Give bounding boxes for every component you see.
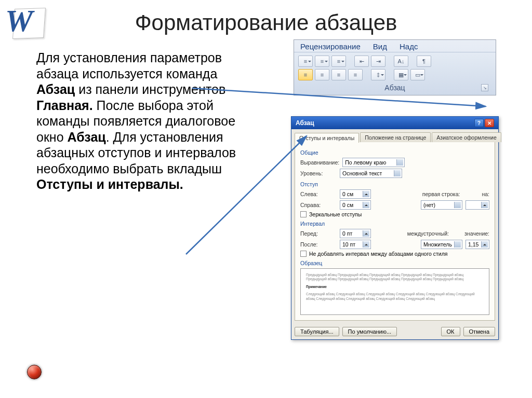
no-space-same-style-checkbox[interactable] (300, 251, 307, 257)
tab-line-page-breaks[interactable]: Положение на странице (360, 132, 431, 142)
tabs-button[interactable]: Табуляция... (295, 327, 339, 336)
default-button[interactable]: По умолчанию... (342, 327, 397, 336)
outline-level-label: Уровень: (300, 170, 337, 176)
ribbon-paragraph-group: Рецензирование Вид Надс ≡ ≡ ≡ ⇤ ⇥ A↓ ¶ ≡… (294, 39, 496, 95)
ok-button[interactable]: ОК (441, 327, 460, 336)
decrease-indent-button[interactable]: ⇤ (354, 56, 369, 67)
spacing-after-label: После: (300, 241, 337, 248)
slide-title: Форматирование абзацев (0, 10, 532, 35)
outline-level-combo[interactable]: Основной текст (340, 169, 402, 178)
line-spacing-button[interactable]: ‡ (371, 69, 385, 80)
indent-right-spin[interactable]: 0 см (340, 200, 371, 210)
justify-button[interactable]: ≡ (348, 69, 363, 80)
dialog-launcher[interactable]: ↘ (481, 84, 488, 91)
alignment-label: Выравнивание: (300, 159, 339, 166)
indent-left-label: Слева: (300, 191, 337, 197)
firstline-label: первая строка: (422, 191, 460, 197)
firstline-by-spin[interactable] (466, 200, 489, 210)
sort-button[interactable]: A↓ (394, 56, 408, 67)
increase-indent-button[interactable]: ⇥ (371, 56, 385, 67)
numbering-button[interactable]: ≡ (315, 56, 329, 67)
align-right-button[interactable]: ≡ (331, 69, 346, 80)
align-left-button[interactable]: ≡ (298, 69, 313, 80)
close-button[interactable]: ✕ (485, 119, 494, 127)
ribbon-tab-review[interactable]: Рецензирование (300, 42, 361, 51)
section-spacing: Интервал (300, 221, 489, 227)
align-center-button[interactable]: ≡ (315, 69, 329, 80)
linespacing-combo[interactable]: Множитель (421, 240, 462, 249)
multilevel-button[interactable]: ≡ (331, 56, 346, 67)
dialog-title: Абзац (296, 119, 314, 127)
preview-box: Предыдущий абзац Предыдущий абзац Предыд… (300, 268, 489, 315)
record-indicator-icon (27, 365, 42, 379)
indent-right-label: Справа: (300, 202, 337, 208)
linespacing-at-label: значение: (464, 230, 489, 237)
alignment-combo[interactable]: По левому краю (342, 158, 405, 167)
no-space-same-style-label: Не добавлять интервал между абзацами одн… (309, 251, 448, 257)
pilcrow-button[interactable]: ¶ (417, 56, 431, 67)
mirror-indents-label: Зеркальные отступы (309, 211, 362, 217)
spacing-before-label: Перед: (300, 230, 337, 237)
section-indent: Отступ (300, 181, 489, 187)
spacing-before-spin[interactable]: 0 пт (340, 229, 371, 238)
tab-indents-spacing[interactable]: Отступы и интервалы (295, 133, 359, 143)
section-general: Общие (300, 149, 489, 156)
spacing-after-spin[interactable]: 10 пт (340, 240, 371, 249)
linespacing-label: междустрочный: (407, 230, 449, 237)
ribbon-tab-view[interactable]: Вид (373, 42, 387, 51)
body-paragraph: Для установления параметров абзаца испол… (36, 50, 255, 193)
linespacing-at-spin[interactable]: 1,15 (466, 240, 489, 249)
bullets-button[interactable]: ≡ (298, 56, 313, 67)
section-preview: Образец (300, 260, 489, 266)
help-button[interactable]: ? (474, 119, 484, 127)
mirror-indents-checkbox[interactable] (300, 211, 307, 217)
firstline-by-label: на: (482, 191, 489, 197)
ribbon-tab-addins[interactable]: Надс (400, 42, 418, 51)
firstline-combo[interactable]: (нет) (421, 200, 462, 210)
shading-button[interactable]: ▦ (394, 69, 408, 80)
indent-left-spin[interactable]: 0 см (340, 189, 371, 199)
paragraph-dialog: Абзац ? ✕ Отступы и интервалы Положение … (291, 116, 499, 340)
ribbon-group-label: Абзац (384, 84, 405, 92)
cancel-button[interactable]: Отмена (463, 327, 495, 336)
tab-asian[interactable]: Азиатское оформление (432, 132, 501, 142)
borders-button[interactable]: ▭ (410, 69, 425, 80)
